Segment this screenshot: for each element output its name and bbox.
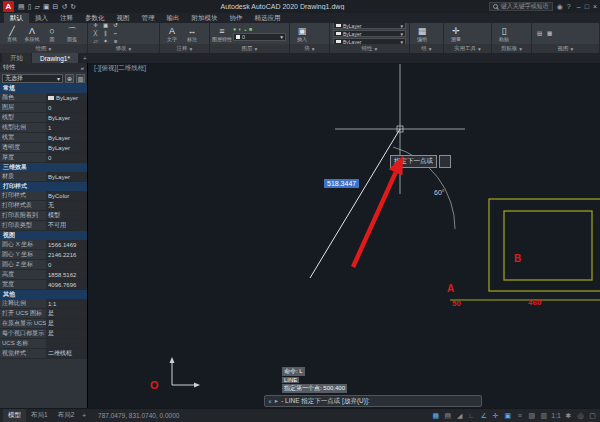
property-value[interactable]: ByLayer (46, 133, 87, 142)
panel-label-groups[interactable]: 组▾ (410, 44, 443, 53)
maximize-button[interactable]: □ (585, 3, 589, 10)
measure-button[interactable]: ✛测量 (447, 26, 465, 42)
property-value[interactable]: ByColor (46, 191, 87, 200)
property-value[interactable]: 二维线框 (46, 349, 87, 358)
named-views-icon[interactable]: ▤ (535, 30, 544, 37)
section-header-2[interactable]: 打印样式 (0, 182, 87, 191)
new-drawing-button[interactable]: + (79, 53, 91, 63)
save-icon[interactable]: ▣ (43, 3, 50, 11)
section-header-0[interactable]: 常规 (0, 84, 87, 93)
property-value[interactable]: 2146.2216 (46, 250, 87, 259)
property-value[interactable]: 4096.7696 (46, 280, 87, 289)
property-value[interactable]: 是 (46, 309, 87, 318)
workspace-switching-icon[interactable]: ◎ (576, 412, 585, 420)
property-value[interactable]: ByLayer (46, 143, 87, 152)
properties-caption[interactable]: 特性 « (0, 63, 87, 72)
line-button[interactable]: ╱直线 (3, 26, 21, 42)
selection-cycling-icon[interactable]: ▥ (539, 412, 548, 420)
section-header-3[interactable]: 视图 (0, 231, 87, 240)
ribbon-tab-7[interactable]: 附加模块 (186, 13, 224, 23)
file-tab-0[interactable]: 开始 (2, 53, 31, 63)
bylayer-dropdown-1[interactable]: ByLayer▾ (333, 30, 406, 37)
close-icon[interactable]: × (268, 398, 272, 405)
circle-button[interactable]: ○圆 (43, 26, 61, 42)
section-header-1[interactable]: 三维效果 (0, 163, 87, 172)
account-icon[interactable]: ◉ (557, 3, 563, 11)
collapse-icon[interactable]: « (81, 65, 84, 71)
layer-color-icon[interactable]: ■ (249, 26, 252, 32)
mirror-icon[interactable]: ∥ (101, 30, 110, 37)
move-icon[interactable]: ✛ (91, 23, 100, 29)
tooltip-input-field[interactable] (439, 155, 451, 168)
panel-label-modify[interactable]: 修改▾ (88, 44, 159, 53)
layout-tab-1[interactable]: 布局1 (26, 409, 53, 422)
command-line-text[interactable]: - LINE 指定下一点或 [放弃(U)]: (281, 397, 369, 406)
file-tab-1[interactable]: Drawing1* (32, 53, 78, 63)
property-value[interactable]: 是 (46, 319, 87, 328)
property-value[interactable] (46, 339, 87, 348)
property-value[interactable]: 0 (46, 260, 87, 269)
layout-tab-2[interactable]: 布局2 (53, 409, 80, 422)
quick-select-button[interactable]: ▥ (76, 74, 85, 83)
panel-label-layers[interactable]: 图层▾ (210, 44, 289, 53)
property-value[interactable]: 1 (46, 123, 87, 132)
recent-commands-icon[interactable]: ▸ (275, 397, 278, 405)
grid-icon[interactable]: ▦ (431, 412, 440, 420)
ortho-mode-icon[interactable]: ∟ (467, 412, 476, 419)
panel-label-view[interactable]: 视图▾ (532, 44, 599, 53)
minimize-button[interactable]: – (577, 3, 581, 10)
property-value[interactable]: 1566.1469 (46, 240, 87, 249)
panel-label-properties[interactable]: 特性▾ (330, 44, 409, 53)
rotate-icon[interactable]: ↺ (111, 23, 120, 29)
property-value[interactable]: 1858.5162 (46, 270, 87, 279)
osnap-tracking-icon[interactable]: ✛ (491, 412, 500, 420)
ribbon-tab-5[interactable]: 管理 (136, 13, 161, 23)
ribbon-tab-1[interactable]: 插入 (29, 13, 54, 23)
layer-lock-icon[interactable]: ◒ (244, 26, 247, 32)
dimension-button[interactable]: ↔标注 (183, 26, 201, 42)
selection-dropdown[interactable]: 无选择 ▾ (2, 74, 63, 83)
snap-mode-icon[interactable]: ▤ (443, 412, 452, 420)
bylayer-dropdown-0[interactable]: ByLayer▾ (333, 23, 406, 29)
ribbon-tab-8[interactable]: 协作 (224, 13, 249, 23)
transparency-icon[interactable]: ▨ (527, 412, 536, 420)
annotation-scale-icon[interactable]: 1:1 (551, 412, 561, 419)
clean-screen-icon[interactable]: ▢ (588, 412, 597, 420)
property-value[interactable]: 是 (46, 329, 87, 338)
drawing-canvas[interactable]: [-][俯视][二维线框] 518.3447 指定下一点或 60° A B 50… (88, 63, 600, 408)
group-button[interactable]: ▦编组 (413, 26, 431, 42)
text-button[interactable]: A文字 (163, 26, 181, 42)
command-line-dock[interactable]: × ▸ - LINE 指定下一点或 [放弃(U)]: (264, 395, 482, 407)
print-icon[interactable]: ⊟ (53, 3, 59, 11)
layer-freeze-icon[interactable]: ◐ (238, 26, 241, 32)
arc-button[interactable]: ⌒圆弧 (63, 26, 81, 42)
panel-label-annotation[interactable]: 注释▾ (160, 44, 209, 53)
ribbon-tab-9[interactable]: 精选应用 (249, 13, 287, 23)
annotation-visibility-icon[interactable]: ✱ (564, 412, 573, 420)
search-box[interactable]: 键入关键字或短语 (489, 2, 553, 11)
object-snap-icon[interactable]: ▣ (503, 412, 512, 420)
new-layout-button[interactable]: + (79, 409, 89, 422)
ribbon-tab-6[interactable]: 输出 (161, 13, 186, 23)
polyline-button[interactable]: Λ多段线 (23, 26, 41, 42)
insert-block-button[interactable]: ▣插入 (293, 26, 311, 42)
fillet-icon[interactable]: ⌐ (111, 30, 120, 37)
dynamic-input-distance[interactable]: 518.3447 (324, 179, 359, 188)
help-icon[interactable]: ? (567, 3, 571, 10)
section-header-4[interactable]: 其他 (0, 290, 87, 299)
infer-constraints-icon[interactable]: ◢ (455, 412, 464, 420)
property-value[interactable]: ByLayer (46, 172, 87, 181)
property-value[interactable]: 0 (46, 103, 87, 112)
panel-label-draw[interactable]: 绘图▾ (0, 44, 87, 53)
ribbon-tab-4[interactable]: 视图 (111, 13, 136, 23)
workspace-icon[interactable]: ▤ (18, 3, 25, 11)
layer-dropdown[interactable]: 0▾ (233, 33, 286, 41)
pickadd-toggle-button[interactable]: ⊕ (65, 74, 74, 83)
property-value[interactable]: ByLayer (46, 93, 87, 102)
ribbon-tab-0[interactable]: 默认 (4, 13, 29, 23)
undo-icon[interactable]: ↺ (61, 3, 67, 11)
new-file-icon[interactable]: ▯ (28, 3, 32, 11)
viewport-controls[interactable]: [-][俯视][二维线框] (94, 64, 146, 73)
property-value[interactable]: 不可用 (46, 221, 87, 230)
polar-tracking-icon[interactable]: ∠ (479, 412, 488, 420)
